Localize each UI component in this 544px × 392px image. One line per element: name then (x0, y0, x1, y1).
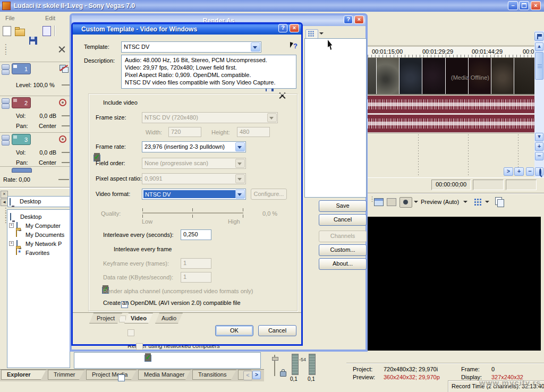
track3-pan-slider[interactable] (62, 162, 70, 163)
combo-dropdown-button[interactable] (235, 142, 245, 151)
width-field[interactable]: 720 (168, 127, 201, 137)
zoom-tool-button[interactable] (535, 167, 543, 176)
rate-slider[interactable] (58, 179, 69, 180)
scroll-down-button[interactable]: ▼ (535, 133, 543, 141)
ct-help-button[interactable]: ? (278, 24, 287, 32)
render-save-button[interactable]: Save (319, 200, 367, 212)
tree-item-my-documents[interactable]: My Documents (7, 231, 70, 240)
about-button[interactable]: About... (319, 258, 367, 270)
opendml-checkbox[interactable]: ✓ (144, 355, 151, 362)
data-rate-field[interactable]: 1 (181, 272, 211, 283)
track3-vol-slider[interactable] (62, 152, 70, 153)
tab-scroll-left-button[interactable]: < (243, 371, 252, 380)
scroll-right-button[interactable]: > (504, 167, 513, 176)
ct-close-button[interactable]: × (290, 24, 299, 32)
tree-item-favorites[interactable]: ★ Favorites (7, 249, 70, 258)
render-as-help-button[interactable]: ? (344, 15, 353, 24)
pixel-aspect-combo[interactable]: 0,9091 (142, 173, 246, 184)
keyframe-field[interactable]: 1 (181, 258, 211, 269)
render-as-close-button[interactable]: × (354, 15, 364, 24)
chevron-down-icon[interactable] (319, 32, 324, 37)
explorer-close-button[interactable]: × (1, 191, 8, 198)
render-cancel-button[interactable]: Cancel (319, 214, 367, 226)
track1-button-a[interactable] (2, 64, 10, 70)
preview-mode-label[interactable]: Preview (Auto) (421, 199, 459, 205)
context-help-icon[interactable]: ? (290, 42, 299, 50)
chevron-down-icon[interactable] (414, 201, 418, 205)
save-icon[interactable] (29, 37, 37, 45)
lock-icon[interactable] (280, 371, 286, 377)
toolbar-grip[interactable]: ⋮⋮ (2, 45, 10, 54)
explorer-dock-arrow-button[interactable]: ◄ (1, 199, 8, 206)
tab-trimmer[interactable]: Trimmer (48, 370, 85, 380)
tree-item-desktop[interactable]: Desktop (7, 212, 70, 221)
explorer-location-combo[interactable]: Desktop (7, 196, 70, 207)
zoom-in-button[interactable]: + (514, 167, 524, 176)
expander-icon[interactable]: + (9, 241, 14, 246)
selection-end-box[interactable] (506, 180, 537, 190)
cursor-timecode[interactable]: 00:00:00;00 (431, 180, 471, 190)
interleave-field[interactable]: 0,250 (181, 229, 211, 240)
data-rate-checkbox[interactable] (128, 329, 134, 336)
menu-file[interactable]: File (5, 15, 15, 21)
combo-dropdown-button[interactable] (251, 42, 260, 52)
ct-cancel-button[interactable]: Cancel (258, 325, 296, 336)
explorer-tree[interactable]: Desktop + My Computer My Documents + My … (7, 209, 70, 368)
height-field[interactable]: 480 (237, 127, 270, 137)
track2-button-b[interactable] (2, 104, 10, 109)
cut-icon[interactable] (58, 46, 65, 53)
track1-button-b[interactable] (2, 70, 10, 75)
track4-badge-partial[interactable] (12, 168, 32, 173)
menu-edit[interactable]: Edit (45, 15, 55, 21)
track3-button-a[interactable] (2, 135, 10, 140)
views-button[interactable] (305, 29, 318, 39)
track1-composite-icon[interactable] (60, 65, 66, 71)
frame-rate-combo[interactable]: 23,976 (inserting 2-3 pulldown) (142, 141, 246, 152)
track3-button-b[interactable] (2, 140, 10, 146)
frame-size-combo[interactable]: NTSC DV (720x480) (142, 112, 278, 123)
properties-icon[interactable] (42, 26, 51, 36)
combo-dropdown-button[interactable] (235, 190, 245, 199)
network-render-checkbox[interactable] (118, 374, 125, 381)
zoom-out-button[interactable]: − (526, 167, 534, 176)
video-format-combo[interactable]: NTSC DV (142, 189, 246, 200)
scroll-thumb[interactable] (535, 52, 543, 80)
track2-badge[interactable]: 2 (12, 97, 31, 108)
dock-window-icon[interactable] (374, 198, 384, 206)
track2-vol-slider[interactable] (62, 115, 70, 116)
preview-quality-icon-button[interactable] (400, 197, 412, 208)
tab-project-media[interactable]: Project Media (86, 370, 137, 380)
timeline-ruler[interactable]: 00:01:15;00 00:01:29;29 00:01:44;29 00:0 (368, 47, 534, 58)
tab-transitions[interactable]: Transitions (192, 370, 237, 380)
track2-record-arm-button[interactable] (59, 99, 66, 106)
close-button[interactable]: × (531, 1, 541, 10)
expander-icon[interactable]: + (9, 223, 14, 228)
master-fader-handle[interactable] (272, 357, 278, 361)
grid-overlay-icon[interactable] (474, 199, 476, 200)
selection-start-box[interactable] (473, 180, 504, 190)
open-icon[interactable] (15, 29, 25, 36)
track3-badge[interactable]: 3 (12, 134, 31, 145)
configure-button[interactable]: Configure... (251, 189, 287, 200)
scroll-up-button[interactable]: ▲ (535, 42, 543, 51)
track2-pan-slider[interactable] (62, 125, 70, 126)
template-combo[interactable]: NTSC DV (121, 41, 261, 53)
restore-button[interactable] (519, 1, 529, 10)
quality-slider-track[interactable] (142, 212, 243, 214)
render-as-file-list[interactable] (304, 38, 367, 198)
track1-level-slider[interactable] (62, 84, 70, 86)
track1-badge[interactable]: 1 (12, 63, 31, 74)
chevron-down-icon[interactable] (485, 201, 489, 205)
explorer-file-list[interactable] (74, 352, 261, 369)
tab-media-manager[interactable]: Media Manager (138, 370, 191, 380)
zoom-in-vertical-button[interactable]: + (535, 142, 543, 151)
custom-button[interactable]: Custom... (319, 244, 367, 256)
minimize-button[interactable]: – (508, 1, 518, 10)
marker-tool-button[interactable] (534, 32, 543, 41)
field-order-combo[interactable]: None (progressive scan) (142, 158, 246, 169)
tab-explorer[interactable]: Explorer (1, 370, 47, 380)
zoom-out-vertical-button[interactable]: − (535, 152, 543, 160)
tab-scroll-right-button[interactable]: > (252, 371, 261, 379)
new-project-icon[interactable] (3, 26, 11, 36)
external-monitor-icon[interactable] (387, 198, 396, 206)
